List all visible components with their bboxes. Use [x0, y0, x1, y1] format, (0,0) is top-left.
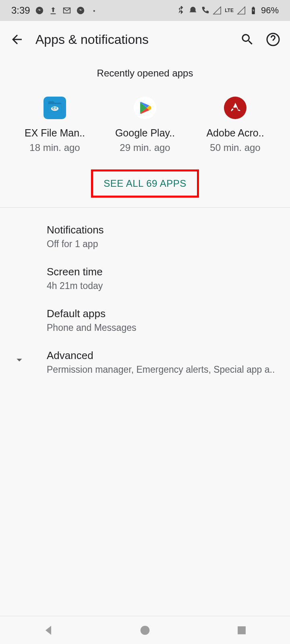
setting-subtitle: 4h 21m today [47, 281, 280, 291]
battery-percent: 96% [261, 5, 279, 16]
nav-back-button[interactable] [41, 623, 55, 637]
svg-rect-4 [253, 7, 254, 8]
ex-file-icon: EX [44, 97, 66, 119]
setting-notifications[interactable]: Notifications Off for 1 app [0, 216, 290, 258]
navigation-bar [0, 616, 290, 644]
search-button[interactable] [240, 32, 255, 47]
setting-default-apps[interactable]: Default apps Phone and Messages [0, 299, 290, 341]
setting-subtitle: Off for 1 app [47, 239, 280, 250]
app-name-label: Adobe Acro.. [206, 127, 264, 139]
back-button[interactable] [10, 32, 24, 47]
app-bar: Apps & notifications [0, 21, 290, 58]
bluetooth-icon [176, 6, 185, 15]
recent-app-adobe-acrobat[interactable]: Adobe Acro.. 50 min. ago [195, 97, 276, 153]
signal-2-icon [237, 6, 246, 15]
app-time-label: 50 min. ago [210, 142, 260, 153]
app-name-label: Google Play.. [115, 127, 175, 139]
svg-point-8 [141, 625, 150, 635]
messenger-icon [35, 6, 44, 15]
recent-apps-header: Recently opened apps [0, 58, 290, 89]
app-time-label: 29 min. ago [120, 142, 170, 153]
settings-list: Notifications Off for 1 app Screen time … [0, 208, 290, 391]
page-title: Apps & notifications [35, 32, 229, 47]
setting-title: Screen time [47, 266, 280, 278]
svg-rect-9 [238, 626, 246, 634]
recent-apps-section: Recently opened apps EX EX File Man.. 18… [0, 58, 290, 207]
gmail-icon [62, 6, 71, 15]
nav-home-button[interactable] [138, 623, 152, 637]
messenger-icon-2 [76, 6, 85, 15]
recent-app-ex-file[interactable]: EX EX File Man.. 18 min. ago [14, 97, 95, 153]
dot-icon: ● [90, 6, 99, 15]
setting-advanced[interactable]: Advanced Permission manager, Emergency a… [0, 341, 290, 383]
help-button[interactable] [266, 32, 280, 47]
status-bar: 3:39 ● LTE 9 [0, 0, 290, 21]
setting-subtitle: Permission manager, Emergency alerts, Sp… [47, 364, 280, 375]
google-play-icon [134, 97, 156, 119]
app-name-label: EX File Man.. [25, 127, 85, 139]
recent-app-google-play[interactable]: Google Play.. 29 min. ago [105, 97, 185, 153]
call-lte-icon [201, 6, 209, 15]
dnd-icon [188, 6, 197, 15]
signal-1-icon [213, 6, 222, 15]
see-all-apps-button[interactable]: SEE ALL 69 APPS [91, 169, 199, 198]
setting-screen-time[interactable]: Screen time 4h 21m today [0, 258, 290, 299]
app-time-label: 18 min. ago [29, 142, 80, 153]
setting-subtitle: Phone and Messages [47, 322, 280, 333]
setting-title: Notifications [47, 224, 280, 236]
setting-title: Default apps [47, 308, 280, 320]
chevron-down-icon [13, 353, 26, 366]
status-time: 3:39 [11, 5, 30, 16]
adobe-acrobat-icon [224, 97, 246, 119]
setting-title: Advanced [47, 349, 280, 362]
lte-label: LTE [225, 8, 234, 13]
svg-text:EX: EX [52, 106, 58, 110]
upload-icon [49, 6, 58, 15]
battery-icon [249, 6, 258, 15]
nav-recent-button[interactable] [235, 623, 249, 637]
